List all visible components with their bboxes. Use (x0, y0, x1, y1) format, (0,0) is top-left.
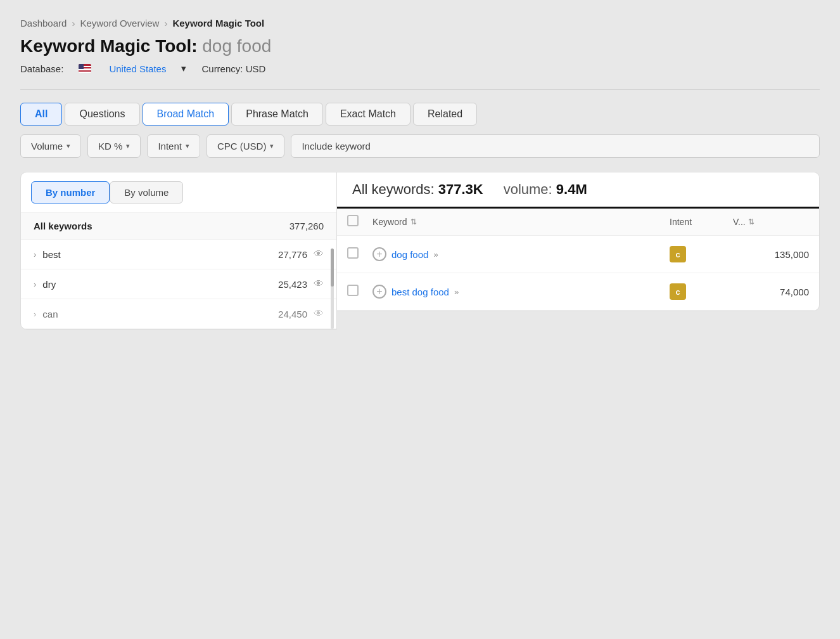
list-item[interactable]: › best 27,776 👁 (21, 240, 336, 269)
breadcrumb-dashboard[interactable]: Dashboard (20, 18, 67, 29)
database-country-link[interactable]: United States (109, 63, 166, 74)
filter-include-keyword[interactable]: Include keyword (291, 134, 820, 158)
main-content: By number By volume All keywords 377,260… (20, 172, 820, 330)
filter-intent[interactable]: Intent ▾ (147, 134, 200, 158)
tab-exact-match[interactable]: Exact Match (326, 103, 410, 126)
sort-icon[interactable]: ⇅ (748, 217, 754, 226)
table-row: + best dog food » c 74,000 (337, 273, 819, 311)
col-volume: V... ⇅ (733, 217, 809, 227)
tab-related[interactable]: Related (413, 103, 477, 126)
chevron-right-icon: › (34, 309, 36, 319)
chevron-right-icon: › (34, 280, 36, 289)
all-keywords-count: 377,260 (290, 221, 324, 231)
eye-icon[interactable]: 👁 (314, 308, 324, 320)
double-arrow-icon: » (433, 250, 438, 259)
table-row: + dog food » c 135,000 (337, 236, 819, 273)
tab-questions[interactable]: Questions (65, 103, 139, 126)
toggle-row: By number By volume (21, 172, 336, 213)
row-checkbox[interactable] (347, 285, 359, 296)
double-arrow-icon: » (454, 287, 459, 297)
keyword-count: 24,450 (278, 309, 307, 320)
volume-value: 135,000 (733, 249, 809, 260)
tab-broad-match[interactable]: Broad Match (143, 103, 229, 126)
all-keywords-label: All keywords (34, 221, 92, 231)
keyword-word: dry (42, 279, 56, 290)
add-keyword-icon[interactable]: + (372, 285, 386, 299)
breadcrumb-sep-2: › (164, 18, 167, 29)
breadcrumb-sep-1: › (72, 18, 75, 29)
list-item[interactable]: › dry 25,423 👁 (21, 269, 336, 299)
all-keywords-banner: All keywords: 377.3K volume: 9.4M (337, 172, 819, 209)
keyword-summary-row: All keywords 377,260 (21, 213, 336, 240)
banner-all-keywords: All keywords: 377.3K (352, 181, 483, 198)
chevron-right-icon: › (34, 250, 36, 259)
filter-kd[interactable]: KD % ▾ (87, 134, 141, 158)
left-panel: By number By volume All keywords 377,260… (20, 172, 337, 330)
filter-volume[interactable]: Volume ▾ (20, 134, 81, 158)
currency-label: Currency: USD (201, 63, 265, 74)
keyword-word: best (42, 249, 60, 260)
database-label: Database: (20, 63, 63, 74)
tab-all[interactable]: All (20, 103, 62, 126)
banner-volume: volume: 9.4M (504, 181, 587, 198)
eye-icon[interactable]: 👁 (314, 248, 324, 260)
eye-icon[interactable]: 👁 (314, 278, 324, 290)
divider (20, 89, 820, 90)
breadcrumb: Dashboard › Keyword Overview › Keyword M… (20, 18, 820, 29)
flag-icon (79, 64, 91, 73)
add-keyword-icon[interactable]: + (372, 247, 386, 261)
chevron-down-icon: ▾ (186, 142, 189, 150)
keyword-count: 25,423 (278, 279, 307, 290)
breadcrumb-keyword-overview[interactable]: Keyword Overview (80, 18, 159, 29)
chevron-down-icon: ▾ (270, 142, 274, 150)
chevron-down-icon[interactable]: ▾ (181, 63, 186, 74)
right-panel: All keywords: 377.3K volume: 9.4M Keywor… (337, 172, 820, 311)
meta-row: Database: United States ▾ Currency: USD (20, 63, 820, 74)
keyword-link[interactable]: best dog food (391, 287, 449, 297)
list-item[interactable]: › can 24,450 👁 (21, 299, 336, 329)
page-title: Keyword Magic Tool: dog food (20, 36, 820, 56)
volume-value: 74,000 (733, 287, 809, 297)
keyword-count: 27,776 (278, 249, 307, 260)
sort-icon[interactable]: ⇅ (410, 217, 417, 226)
toggle-by-volume[interactable]: By volume (110, 181, 183, 203)
select-all-checkbox[interactable] (347, 215, 359, 226)
toggle-by-number[interactable]: By number (31, 181, 110, 203)
filter-cpc[interactable]: CPC (USD) ▾ (207, 134, 285, 158)
filters-row: Volume ▾ KD % ▾ Intent ▾ CPC (USD) ▾ Inc… (20, 134, 820, 158)
col-intent: Intent (670, 217, 733, 227)
row-checkbox[interactable] (347, 247, 359, 259)
col-keyword: Keyword ⇅ (372, 217, 670, 227)
tabs-row: All Questions Broad Match Phrase Match E… (20, 103, 820, 126)
intent-badge: c (670, 283, 686, 300)
intent-badge: c (670, 246, 686, 262)
scrollbar-track (331, 248, 334, 329)
chevron-down-icon: ▾ (126, 142, 130, 150)
breadcrumb-current: Keyword Magic Tool (172, 18, 264, 29)
scrollbar-thumb[interactable] (331, 248, 334, 287)
chevron-down-icon: ▾ (67, 142, 70, 150)
keyword-word: can (42, 309, 58, 320)
tab-phrase-match[interactable]: Phrase Match (231, 103, 323, 126)
search-keyword: dog food (202, 36, 271, 56)
table-header: Keyword ⇅ Intent V... ⇅ (337, 209, 819, 236)
keyword-link[interactable]: dog food (391, 249, 428, 260)
